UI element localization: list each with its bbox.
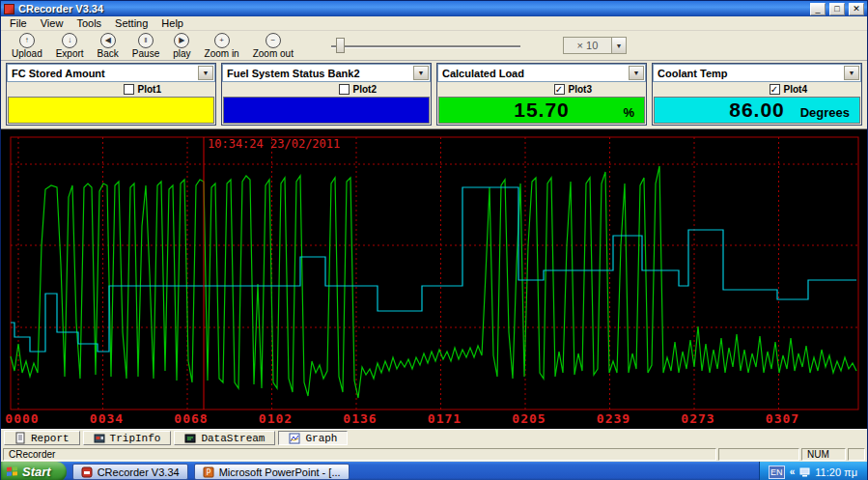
x-axis-label: 0171 <box>428 411 462 426</box>
channel-value: 15.70 <box>439 99 644 122</box>
tray-chevron-icon[interactable]: « <box>790 466 796 477</box>
tripinfo-icon <box>94 433 105 444</box>
status-num-indicator: NUM <box>801 448 846 461</box>
cursor-timestamp: 10:34:24 23/02/2011 <box>208 137 340 151</box>
toolbar-play-button[interactable]: ▶play <box>166 31 197 60</box>
start-button[interactable]: Start <box>1 462 67 480</box>
plot-toggle-row: Plot1 <box>7 82 215 97</box>
close-button[interactable]: ✕ <box>849 3 864 15</box>
series-calculated-load <box>11 166 856 398</box>
channel-unit: % <box>623 105 634 120</box>
tab-tripinfo[interactable]: TripInfo <box>83 431 172 445</box>
dropdown-arrow-icon[interactable]: ▼ <box>844 66 859 80</box>
toolbar-zoom-out-button[interactable]: −Zoom out <box>246 31 300 60</box>
window-title: CRecorder V3.34 <box>18 3 806 14</box>
toolbar-button-label: Zoom out <box>253 48 294 59</box>
channel-select-1[interactable]: FC Stored Amount▼ <box>7 64 215 82</box>
dropdown-arrow-icon[interactable]: ▼ <box>413 66 429 80</box>
zoom-in-icon: + <box>214 33 230 48</box>
channel-unit: Degrees <box>800 105 850 120</box>
minimize-button[interactable]: _ <box>810 3 826 15</box>
datastream-icon <box>184 433 196 444</box>
status-bar: CRecorder NUM <box>1 447 867 462</box>
task-button-crecorder-v3-34[interactable]: CRecorder V3.34 <box>72 464 188 480</box>
menu-help[interactable]: Help <box>154 16 190 31</box>
zoom-out-icon: − <box>266 33 281 48</box>
menu-file[interactable]: File <box>3 16 34 31</box>
x-axis-label: 0102 <box>259 411 293 426</box>
plot-toggle-row: Plot2 <box>222 82 431 97</box>
back-icon: ◀ <box>100 33 116 48</box>
slider-thumb[interactable] <box>336 38 345 53</box>
tray-icon[interactable] <box>799 467 810 477</box>
upload-icon: ↑ <box>19 33 35 48</box>
channel-select-4[interactable]: Coolant Temp▼ <box>653 64 861 82</box>
channel-panel-3: Calculated Load▼✓Plot315.70% <box>436 63 647 126</box>
plot-checkbox[interactable] <box>124 84 134 95</box>
start-label: Start <box>22 465 51 479</box>
windows-flag-icon <box>6 466 18 478</box>
plot-toggle-row: ✓Plot3 <box>437 82 646 97</box>
channel-select-2[interactable]: Fuel System Status Bank2▼ <box>222 64 431 82</box>
menu-tools[interactable]: Tools <box>70 16 108 31</box>
x-axis-label: 0205 <box>512 411 546 426</box>
pause-icon: ‖ <box>138 33 154 48</box>
menu-setting[interactable]: Setting <box>108 16 154 31</box>
task-button-microsoft-powerpoint[interactable]: PMicrosoft PowerPoint - [... <box>194 464 350 480</box>
export-icon: ↓ <box>62 33 77 48</box>
zoom-scale-select[interactable]: × 10 ▼ <box>563 37 627 54</box>
channel-display <box>8 97 214 124</box>
tab-label: Report <box>31 433 70 444</box>
toolbar: ↑Upload↓Export◀Back‖Pause▶play+Zoom in−Z… <box>1 31 867 61</box>
clock: 11:20 πμ <box>815 466 857 478</box>
plot-checkbox[interactable]: ✓ <box>554 84 565 95</box>
plot-label: Plot4 <box>784 84 807 95</box>
x-axis-label: 0273 <box>681 411 714 426</box>
channel-name: FC Stored Amount <box>8 68 198 79</box>
tab-label: TripInfo <box>110 433 161 444</box>
system-tray: EN « 11:20 πμ <box>759 462 867 480</box>
maximize-button[interactable]: □ <box>829 3 845 15</box>
play-icon: ▶ <box>174 33 189 48</box>
channel-panel-4: Coolant Temp▼✓Plot486.00Degrees <box>652 63 862 126</box>
graph-canvas[interactable]: 0000003400680102013601710205023902730307… <box>1 129 867 429</box>
tab-report[interactable]: Report <box>4 431 80 445</box>
powerpoint-icon: P <box>203 466 214 478</box>
tab-graph[interactable]: Graph <box>278 431 348 445</box>
plot-checkbox[interactable] <box>339 84 350 95</box>
channel-display <box>223 97 430 124</box>
plot-toggle-row: ✓Plot4 <box>653 82 861 97</box>
status-cell-empty <box>718 448 799 461</box>
status-resize-grip <box>848 448 865 461</box>
graph-area[interactable]: 0000003400680102013601710205023902730307… <box>1 128 867 429</box>
toolbar-export-button[interactable]: ↓Export <box>49 31 91 60</box>
menu-view[interactable]: View <box>34 16 70 31</box>
report-icon <box>14 432 26 444</box>
slider-track[interactable] <box>331 45 520 47</box>
toolbar-back-button[interactable]: ◀Back <box>91 31 126 60</box>
svg-text:P: P <box>206 468 210 477</box>
graph-icon <box>289 433 300 444</box>
zoom-scale-value: × 10 <box>564 40 611 51</box>
tab-label: DataStream <box>201 433 265 444</box>
channel-name: Calculated Load <box>438 68 629 79</box>
toolbar-upload-button[interactable]: ↑Upload <box>5 31 49 60</box>
dropdown-arrow-icon[interactable]: ▼ <box>198 66 213 80</box>
plot-label: Plot3 <box>569 84 592 95</box>
timeline-slider[interactable] <box>329 35 522 56</box>
channel-select-3[interactable]: Calculated Load▼ <box>437 64 646 82</box>
toolbar-button-label: Upload <box>12 48 42 59</box>
task-button-label: Microsoft PowerPoint - [... <box>219 466 341 478</box>
app-window: CRecorder V3.34 _ □ ✕ FileViewToolsSetti… <box>0 0 868 480</box>
plot-checkbox[interactable]: ✓ <box>770 84 780 95</box>
toolbar-zoom-in-button[interactable]: +Zoom in <box>198 31 246 60</box>
language-indicator[interactable]: EN <box>769 466 785 479</box>
bottom-tabs: ReportTripInfoDataStreamGraph <box>1 429 867 447</box>
task-buttons: CRecorder V3.34PMicrosoft PowerPoint - [… <box>67 464 350 480</box>
tab-datastream[interactable]: DataStream <box>174 431 275 445</box>
chevron-down-icon[interactable]: ▼ <box>611 38 626 53</box>
x-axis-label: 0307 <box>766 411 799 426</box>
dropdown-arrow-icon[interactable]: ▼ <box>629 66 644 80</box>
x-axis-label: 0000 <box>5 411 39 426</box>
toolbar-pause-button[interactable]: ‖Pause <box>126 31 166 60</box>
